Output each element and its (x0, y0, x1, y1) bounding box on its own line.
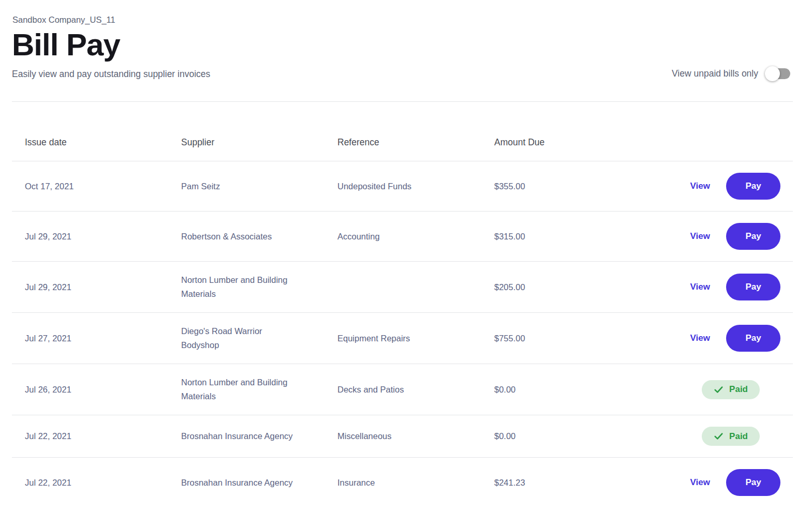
supplier-name: Robertson & Associates (181, 230, 272, 244)
amount-due-cell: $0.00 (494, 383, 622, 397)
paid-badge-label: Paid (729, 431, 748, 442)
page-title: Bill Pay (12, 30, 793, 60)
paid-badge-label: Paid (729, 384, 748, 395)
view-button[interactable]: View (690, 282, 710, 292)
table-body: Oct 17, 2021 Pam Seitz Undeposited Funds… (12, 161, 793, 507)
supplier-cell: Brosnahan Insurance Agency (181, 429, 337, 443)
column-header-issue-date: Issue date (25, 137, 181, 148)
bill-pay-page: Sandbox Company_US_11 Bill Pay Easily vi… (12, 0, 793, 507)
issue-date-cell: Jul 27, 2021 (25, 332, 181, 345)
supplier-cell: Diego's Road Warrior Bodyshop (181, 324, 337, 352)
page-header: Sandbox Company_US_11 Bill Pay Easily vi… (12, 0, 793, 102)
column-header-amount-due: Amount Due (494, 137, 622, 148)
toggle-knob-icon (765, 66, 780, 81)
table-row: Jul 22, 2021 Brosnahan Insurance Agency … (12, 415, 793, 457)
pay-button[interactable]: Pay (726, 325, 780, 352)
supplier-name: Brosnahan Insurance Agency (181, 429, 293, 443)
paid-badge: Paid (702, 427, 760, 446)
bills-table: Issue date Supplier Reference Amount Due… (12, 102, 793, 507)
amount-due-cell: $355.00 (494, 179, 622, 193)
reference-cell: Accounting (337, 230, 494, 244)
row-status: Paid (622, 380, 780, 399)
issue-date-cell: Jul 29, 2021 (25, 280, 181, 294)
supplier-name: Brosnahan Insurance Agency (181, 476, 293, 490)
row-actions: View Pay (622, 325, 780, 352)
amount-due-cell: $315.00 (494, 230, 622, 244)
row-actions: View Pay (622, 223, 780, 250)
supplier-name: Norton Lumber and Building Materials (181, 375, 301, 403)
reference-cell: Decks and Patios (337, 383, 494, 397)
paid-badge: Paid (702, 380, 760, 399)
amount-due-cell: $755.00 (494, 332, 622, 345)
table-row: Oct 17, 2021 Pam Seitz Undeposited Funds… (12, 161, 793, 211)
pay-button[interactable]: Pay (726, 274, 780, 300)
supplier-cell: Brosnahan Insurance Agency (181, 476, 337, 490)
reference-cell: Insurance (337, 476, 494, 490)
reference-cell: Miscellaneous (337, 429, 494, 443)
view-button[interactable]: View (690, 333, 710, 343)
issue-date-cell: Jul 26, 2021 (25, 383, 181, 397)
supplier-cell: Norton Lumber and Building Materials (181, 375, 337, 403)
table-row: Jul 29, 2021 Norton Lumber and Building … (12, 261, 793, 312)
column-header-supplier: Supplier (181, 137, 337, 148)
row-status: Paid (622, 427, 780, 446)
check-icon (714, 385, 724, 395)
supplier-name: Pam Seitz (181, 179, 220, 193)
company-name: Sandbox Company_US_11 (12, 14, 793, 25)
issue-date-cell: Jul 22, 2021 (25, 429, 181, 443)
amount-due-cell: $205.00 (494, 280, 622, 294)
amount-due-cell: $0.00 (494, 429, 622, 443)
table-row: Jul 27, 2021 Diego's Road Warrior Bodysh… (12, 312, 793, 364)
supplier-cell: Pam Seitz (181, 179, 337, 193)
supplier-name: Norton Lumber and Building Materials (181, 273, 301, 301)
toggle-label: View unpaid bills only (672, 68, 758, 79)
issue-date-cell: Oct 17, 2021 (25, 179, 181, 193)
reference-cell: Equipment Repairs (337, 332, 494, 345)
unpaid-filter: View unpaid bills only (672, 66, 790, 81)
view-button[interactable]: View (690, 477, 710, 488)
row-actions: View Pay (622, 469, 780, 496)
table-row: Jul 29, 2021 Robertson & Associates Acco… (12, 211, 793, 261)
unpaid-bills-toggle[interactable] (765, 66, 790, 81)
supplier-name: Diego's Road Warrior Bodyshop (181, 324, 301, 352)
pay-button[interactable]: Pay (726, 469, 780, 496)
issue-date-cell: Jul 29, 2021 (25, 230, 181, 244)
issue-date-cell: Jul 22, 2021 (25, 476, 181, 490)
view-button[interactable]: View (690, 231, 710, 242)
check-icon (714, 431, 724, 441)
supplier-cell: Robertson & Associates (181, 230, 337, 244)
pay-button[interactable]: Pay (726, 223, 780, 250)
table-row: Jul 26, 2021 Norton Lumber and Building … (12, 364, 793, 415)
column-header-reference: Reference (337, 137, 494, 148)
view-button[interactable]: View (690, 181, 710, 191)
supplier-cell: Norton Lumber and Building Materials (181, 273, 337, 301)
row-actions: View Pay (622, 274, 780, 300)
table-header-row: Issue date Supplier Reference Amount Due (12, 102, 793, 161)
table-row: Jul 22, 2021 Brosnahan Insurance Agency … (12, 457, 793, 507)
amount-due-cell: $241.23 (494, 476, 622, 490)
pay-button[interactable]: Pay (726, 173, 780, 200)
row-actions: View Pay (622, 173, 780, 200)
reference-cell: Undeposited Funds (337, 179, 494, 193)
